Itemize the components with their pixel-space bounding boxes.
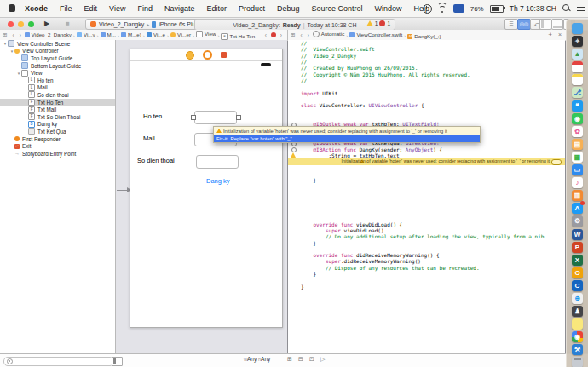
outline-row-view[interactable]: ▾View: [0, 69, 115, 77]
menu-item-view[interactable]: View: [103, 0, 131, 17]
outline-filter-field[interactable]: [3, 357, 114, 366]
label-mail[interactable]: Mail: [143, 135, 155, 142]
back-button[interactable]: ‹: [12, 32, 14, 38]
popup-fixit-row[interactable]: Fix-it Replace "var hoten" with "_": [214, 135, 480, 142]
textfield-so-dien-thoai[interactable]: [196, 155, 239, 169]
code-line[interactable]: super.viewDidLoad(): [288, 227, 565, 233]
outline-row-txt-so-dien-thoai[interactable]: FTxt So Dien Thoai: [0, 113, 115, 121]
keynote-dock-icon[interactable]: ▭: [572, 164, 583, 175]
menu-item-debug[interactable]: Debug: [271, 0, 306, 17]
issue-counts[interactable]: 1 1: [366, 20, 390, 26]
prev-issue-icon[interactable]: ‹: [265, 32, 267, 38]
outline-row-ho-ten[interactable]: LHo ten: [0, 77, 115, 84]
excel-dock-icon[interactable]: X: [572, 255, 583, 266]
photos-legacy-dock-icon[interactable]: ▲: [572, 49, 583, 60]
code-line[interactable]: // Video_2_Dangky: [288, 53, 565, 59]
outline-row-mail[interactable]: LMail: [0, 84, 115, 92]
menu-item-product[interactable]: Product: [233, 0, 271, 17]
code-line[interactable]: [288, 115, 565, 121]
numbers-dock-icon[interactable]: ▦: [572, 152, 583, 163]
itunes-dock-icon[interactable]: ♪: [572, 177, 583, 188]
selection-handle-left[interactable]: [191, 115, 196, 120]
code-line[interactable]: super.didReceiveMemoryWarning(): [288, 258, 565, 264]
forward-button[interactable]: ›: [20, 32, 21, 38]
outline-row-txt-ho-ten[interactable]: FTxt Ho Ten: [0, 99, 115, 106]
code-line[interactable]: }: [288, 177, 565, 183]
back-button[interactable]: ‹: [300, 32, 302, 38]
interface-builder-canvas[interactable]: Ho ten Mail So dien thoai Dang ky: [116, 40, 287, 353]
code-line[interactable]: [288, 246, 565, 252]
exit-icon[interactable]: [221, 52, 227, 58]
menu-item-editor[interactable]: Editor: [200, 0, 233, 17]
breadcrumb-segment-file[interactable]: M...: [101, 32, 116, 37]
outline-row-first-responder[interactable]: First Responder: [0, 135, 115, 143]
breadcrumb-segment-method[interactable]: MDangKy(_:): [407, 33, 441, 39]
facetime-dock-icon[interactable]: ◉: [572, 113, 583, 124]
view-controller-frame[interactable]: Ho ten Mail So dien thoai Dang ky: [130, 49, 283, 328]
code-line[interactable]: import UIKit: [288, 90, 565, 96]
hide-outline-button[interactable]: [112, 357, 123, 366]
breadcrumb-segment-storyboard[interactable]: Vi...e: [147, 32, 165, 37]
gutter-warning-icon[interactable]: [291, 152, 296, 158]
trash-dock-icon[interactable]: [572, 357, 583, 367]
code-line[interactable]: //: [288, 77, 565, 83]
launchpad-dock-icon[interactable]: ✦: [572, 36, 583, 47]
pin-button[interactable]: ⊡: [309, 356, 314, 363]
code-line[interactable]: _:String = txtHoTen.text: [288, 152, 565, 158]
code-line[interactable]: [288, 203, 565, 209]
battery-icon[interactable]: [490, 5, 504, 13]
code-line[interactable]: [288, 171, 565, 177]
code-line[interactable]: // Created by HuuPhong on 26/09/2015.: [288, 65, 565, 71]
code-line[interactable]: @IBAction func DangKy(sender: AnyObject)…: [288, 146, 565, 152]
code-line[interactable]: override func didReceiveMemoryWarning() …: [288, 252, 565, 258]
outline-row-view-controller[interactable]: ▾View Controller: [0, 48, 115, 55]
game-center-dock-icon[interactable]: ♟: [572, 306, 583, 317]
onedrive-dock-icon[interactable]: C: [572, 280, 583, 291]
selection-handle-right[interactable]: [236, 115, 241, 120]
code-line[interactable]: [288, 277, 565, 283]
stickies-dock-icon[interactable]: [572, 318, 583, 330]
resolve-issues-button[interactable]: ▷: [320, 356, 325, 363]
label-so-dien-thoai[interactable]: So dien thoai: [137, 157, 175, 164]
first-responder-icon[interactable]: [203, 50, 212, 60]
app-store-dock-icon[interactable]: A: [572, 203, 583, 214]
code-line[interactable]: [288, 83, 565, 89]
outline-row-view-controller-scene[interactable]: ▾View Controller Scene: [0, 40, 115, 48]
ibooks-dock-icon[interactable]: ▥: [572, 190, 583, 201]
menu-item-navigate[interactable]: Navigate: [159, 0, 201, 17]
messages-dock-icon[interactable]: ❝: [572, 100, 583, 112]
stack-button[interactable]: ⊞: [287, 356, 292, 363]
system-preferences-dock-icon[interactable]: ⚙: [572, 215, 583, 227]
outline-row-bottom-layout-guide[interactable]: Bottom Layout Guide: [0, 62, 115, 70]
code-line[interactable]: //: [288, 59, 565, 65]
outline-row-storyboard-entry-point[interactable]: →Storyboard Entry Point: [0, 150, 115, 158]
outline-row-so-dien-thoai[interactable]: LSo dien thoai: [0, 91, 115, 99]
menu-item-source-control[interactable]: Source Control: [306, 0, 369, 17]
debug-area-button[interactable]: [551, 19, 563, 30]
outline-row-dang-ky[interactable]: BDang ky: [0, 121, 115, 129]
close-assistant-editor-button[interactable]: ×: [558, 30, 562, 40]
code-line[interactable]: [288, 184, 565, 190]
outline-row-top-layout-guide[interactable]: Top Layout Guide: [0, 54, 115, 62]
calendar-dock-icon[interactable]: [572, 61, 583, 72]
issue-stepper[interactable]: ‹ ›: [262, 30, 285, 40]
outline-row-exit[interactable]: ↩Exit: [0, 142, 115, 150]
code-line[interactable]: }: [288, 271, 565, 277]
code-editor[interactable]: //// ViewController.swift// Video_2_Dang…: [288, 40, 565, 353]
minimize-window-button[interactable]: [18, 21, 24, 27]
breadcrumb-segment-file[interactable]: Video_2_Dangky: [25, 32, 72, 37]
breadcrumb-segment-swift-file[interactable]: ViewController.swift: [349, 32, 402, 37]
run-button[interactable]: ▶: [44, 20, 49, 27]
textfield-ho-ten[interactable]: [194, 111, 237, 124]
code-line[interactable]: [288, 215, 565, 221]
view-controller-icon[interactable]: [186, 51, 194, 60]
photos-dock-icon[interactable]: ✿: [572, 126, 583, 137]
breadcrumb-segment-file[interactable]: M...e): [121, 32, 141, 37]
breadcrumb-segment-automatic[interactable]: Automatic: [313, 31, 345, 37]
code-line[interactable]: [288, 196, 565, 202]
navigator-panel-button[interactable]: [539, 19, 551, 30]
sync-icon[interactable]: [423, 4, 432, 14]
code-line[interactable]: // Do any additional setup after loading…: [288, 233, 565, 239]
outline-row-txt-ket-qua[interactable]: Txt Ket Qua: [0, 128, 115, 135]
spotlight-icon[interactable]: [562, 4, 571, 13]
